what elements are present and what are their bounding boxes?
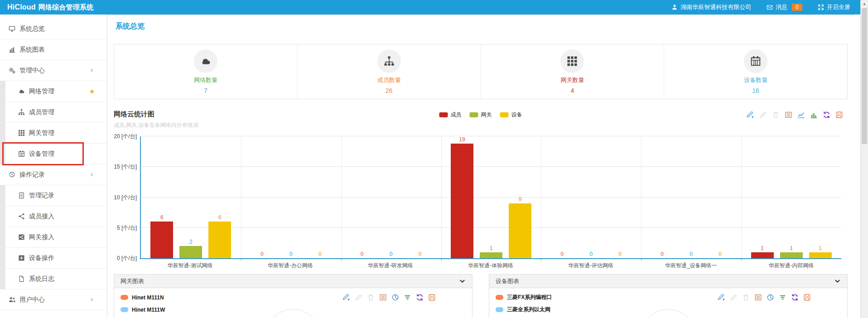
legend-label: 网关 (481, 111, 492, 119)
sidebar-item-label: 网络管理 (29, 87, 54, 96)
save-image-icon[interactable] (835, 111, 843, 119)
clear-icon[interactable] (772, 111, 780, 119)
bar (150, 222, 173, 258)
stat-item: 网络数量 7 (114, 44, 298, 99)
y-axis-tick-label: 10 [个/台] (114, 193, 137, 201)
fullscreen-button[interactable]: 开启全屏 (818, 3, 850, 11)
data-view-icon[interactable] (754, 294, 762, 301)
sidebar-item-member-access[interactable]: 成员接入 (0, 206, 107, 227)
legend-swatch (121, 295, 128, 300)
bar-wrap: 6 (208, 136, 231, 258)
legend-item[interactable]: 成员 (439, 111, 462, 119)
refresh-icon[interactable] (416, 294, 424, 301)
refresh-icon[interactable] (791, 294, 799, 301)
legend-swatch (121, 307, 128, 312)
edit-icon[interactable] (718, 294, 725, 301)
edit-disabled-icon[interactable] (355, 294, 362, 301)
data-view-icon[interactable] (379, 294, 387, 301)
bar-chart-icon[interactable] (810, 111, 818, 119)
sidebar-item-system-overview[interactable]: 系统总览 (0, 19, 107, 39)
bar-group: 626 (141, 136, 241, 258)
sidebar-item-user-center[interactable]: 用户中心 (0, 289, 107, 310)
edit-icon[interactable] (342, 294, 350, 301)
edit-disabled-icon[interactable] (730, 294, 738, 301)
legend-label[interactable]: Hinet M111W (132, 307, 165, 313)
chevron-down-icon[interactable] (834, 278, 841, 284)
axis-tick (541, 258, 541, 260)
line-chart-icon[interactable] (797, 111, 805, 119)
sidebar-item-label: 管理中心 (19, 67, 45, 75)
messages-count-badge: 0 (792, 4, 802, 11)
sidebar-item-system-logs[interactable]: 系统日志 (0, 269, 107, 289)
y-axis-tick-label: 5 [个/台] (117, 224, 137, 231)
bar (751, 252, 774, 258)
data-view-icon[interactable] (785, 111, 792, 119)
pie-chart-icon[interactable] (391, 294, 399, 301)
stat-value: 7 (204, 87, 207, 94)
scroll-up-arrow[interactable]: ▲ (861, 0, 868, 7)
category-label: 华辰智通-研发网络 (340, 259, 440, 270)
users-icon (9, 296, 15, 303)
grid-icon (18, 130, 25, 136)
edit-disabled-icon[interactable] (759, 111, 767, 119)
sidebar-item-gateway-access[interactable]: 网关接入 (0, 227, 107, 248)
bar-wrap: 1 (480, 136, 502, 258)
pie-chart-icon[interactable] (767, 294, 774, 301)
chart-legend: 成员网关设备 (439, 111, 522, 119)
sidebar-item-network-management[interactable]: 网络管理 ★ (0, 81, 107, 102)
calendar-icon (744, 49, 767, 73)
sitemap-icon (377, 49, 401, 73)
device-chart-panel: 设备图表 三菱FX系列编程口 (489, 274, 848, 318)
category-label: 华辰智通-体验网络 (440, 259, 540, 270)
legend-swatch (439, 112, 448, 117)
axis-tick (741, 258, 742, 260)
bar-value-label: 6 (160, 214, 164, 221)
clear-icon[interactable] (742, 294, 750, 301)
bar-value-label: 2 (189, 239, 193, 245)
sidebar-item-management-center[interactable]: 管理中心 (0, 60, 107, 81)
legend-label[interactable]: 三菱FX系列编程口 (507, 294, 552, 301)
brand-subtitle: 网络综合管理系统 (39, 3, 94, 11)
legend-label[interactable]: Hinet M111N (132, 294, 164, 301)
sidebar-item-label: 操作记录 (19, 171, 45, 179)
bar-chart-icon (9, 46, 15, 53)
bar-wrap: 2 (179, 136, 202, 258)
legend-item[interactable]: 设备 (500, 111, 522, 119)
bar-wrap: 6 (150, 136, 173, 258)
refresh-icon[interactable] (823, 111, 830, 119)
bar (451, 144, 473, 258)
page-scrollbar[interactable]: ▲ (860, 0, 868, 318)
sidebar-item-system-charts[interactable]: 系统图表 (0, 39, 107, 60)
sidebar-item-member-management[interactable]: 成员管理 (0, 102, 107, 123)
edit-icon[interactable] (747, 111, 754, 119)
legend-item[interactable]: 网关 (470, 111, 492, 119)
stat-label: 网关数量 (560, 76, 584, 84)
funnel-icon[interactable] (779, 294, 786, 301)
bar-value-label: 19 (459, 136, 465, 143)
sidebar-item-operation-records[interactable]: 操作记录 (0, 164, 107, 185)
sidebar-item-gateway-management[interactable]: 网关管理 (0, 123, 107, 144)
bar-value-label: 0 (719, 251, 722, 257)
company-menu[interactable]: 湖南华辰智通科技有限公司 (671, 3, 751, 11)
sidebar-item-device-management[interactable]: 设备管理 (0, 144, 107, 164)
category-axis: 华辰智通-测试网络华辰智通-办公网络华辰智通-研发网络华辰智通-体验网络华辰智通… (140, 259, 841, 270)
bar-group: 000 (341, 136, 441, 258)
sidebar-item-management-records[interactable]: 管理记录 (0, 185, 107, 206)
app-brand: HiCloud网络综合管理系统 (0, 3, 93, 12)
y-axis-tick-label: 20 [个/台] (114, 133, 137, 140)
messages-button[interactable]: 消息 0 (767, 3, 802, 11)
legend-label[interactable]: 三菱全系列以太网 (507, 306, 550, 313)
save-image-icon[interactable] (803, 294, 811, 301)
panel-body: Hinet M111N (114, 288, 472, 318)
bar-value-label: 0 (590, 251, 593, 257)
sidebar-item-device-operations[interactable]: 设备操作 (0, 248, 107, 269)
save-image-icon[interactable] (428, 294, 436, 301)
bar (480, 252, 502, 258)
funnel-icon[interactable] (404, 294, 411, 301)
stats-card: 网络数量 7 成员数量 26 网关数量 4 设 (114, 44, 848, 99)
panel-header[interactable]: 设备图表 (489, 275, 847, 288)
scrollbar-thumb[interactable] (862, 8, 867, 144)
clear-icon[interactable] (367, 294, 375, 301)
chevron-down-icon[interactable] (459, 278, 466, 284)
panel-header[interactable]: 网关图表 (114, 275, 472, 288)
